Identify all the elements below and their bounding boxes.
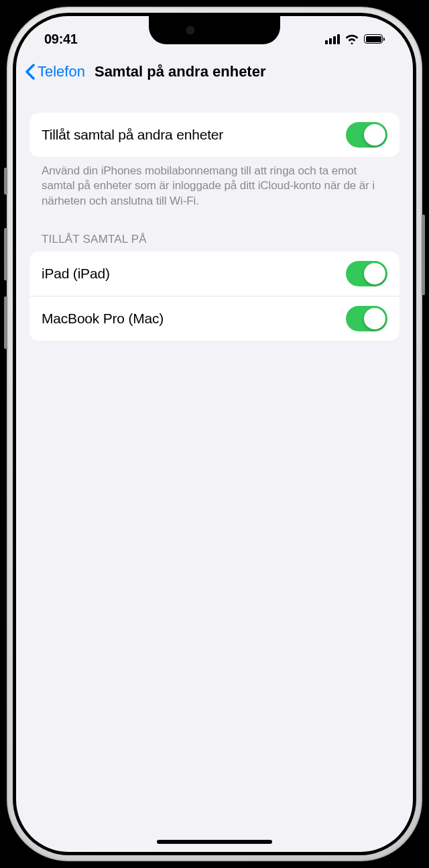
screen: 09:41 — [16, 16, 413, 852]
chevron-left-icon — [25, 64, 35, 80]
phone-frame: 09:41 — [7, 7, 422, 861]
content: Tillåt samtal på andra enheter Använd di… — [16, 113, 413, 341]
page-title: Samtal på andra enheter — [95, 63, 266, 80]
allow-calls-label: Tillåt samtal på andra enheter — [42, 127, 223, 143]
device-label: iPad (iPad) — [42, 266, 110, 282]
front-camera-icon — [186, 26, 194, 34]
main-toggle-group: Tillåt samtal på andra enheter — [29, 113, 400, 157]
device-row-macbook[interactable]: MacBook Pro (Mac) — [29, 296, 400, 341]
device-toggle-macbook[interactable] — [346, 306, 387, 331]
back-button[interactable]: Telefon — [25, 63, 85, 80]
side-button-right — [422, 215, 425, 295]
home-indicator[interactable] — [157, 840, 272, 844]
status-time: 09:41 — [44, 32, 78, 47]
section-header: TILLÅT SAMTAL PÅ — [29, 209, 400, 252]
wifi-icon — [345, 34, 359, 44]
allow-calls-row[interactable]: Tillåt samtal på andra enheter — [29, 113, 400, 157]
side-buttons-left — [4, 168, 7, 365]
description-text: Använd din iPhones mobilabonnemang till … — [29, 157, 400, 209]
nav-bar: Telefon Samtal på andra enheter — [16, 54, 413, 93]
device-label: MacBook Pro (Mac) — [42, 311, 164, 327]
devices-group: iPad (iPad) MacBook Pro (Mac) — [29, 252, 400, 341]
status-icons — [325, 34, 385, 44]
battery-icon — [364, 34, 385, 44]
device-toggle-ipad[interactable] — [346, 261, 387, 286]
allow-calls-toggle[interactable] — [346, 122, 387, 148]
cellular-signal-icon — [325, 34, 340, 44]
notch — [149, 16, 280, 44]
back-label: Telefon — [38, 63, 85, 80]
device-row-ipad[interactable]: iPad (iPad) — [29, 252, 400, 296]
